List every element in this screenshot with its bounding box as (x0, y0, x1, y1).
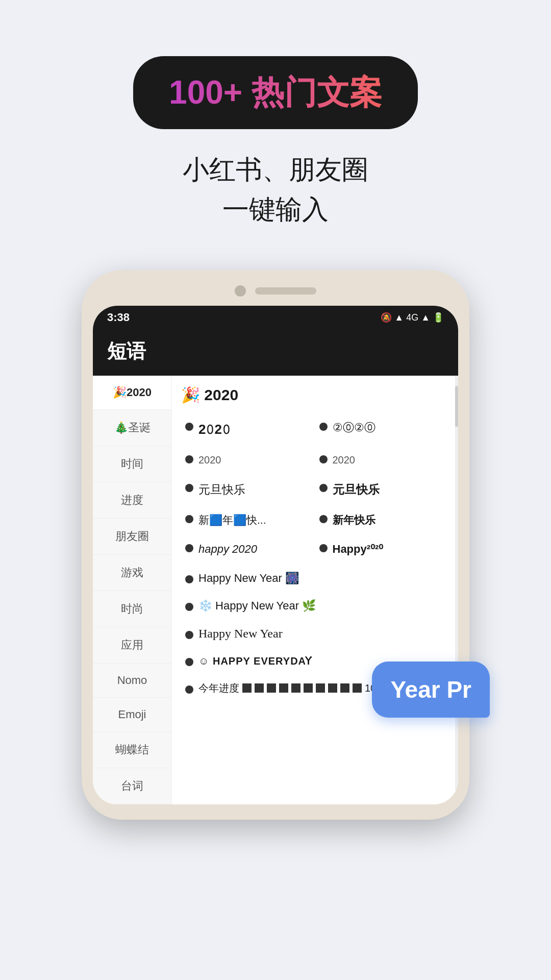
item-text: 新🟦年🟦快... (198, 512, 266, 527)
bullet-icon (185, 658, 193, 666)
item-text: ☺ HAPPY EVERYDAY͘ (198, 655, 312, 667)
scrollbar-thumb[interactable] (455, 386, 458, 427)
sidebar-item-bowtie[interactable]: 蝴蝶结 (93, 732, 171, 768)
bullet-icon (185, 423, 193, 431)
speaker-slot (255, 287, 316, 295)
sidebar-item-lines[interactable]: 台词 (93, 768, 171, 804)
status-bar: 3:38 🔕 ▲ 4G ▲ 🔋 (93, 306, 458, 329)
app-header: 短语 (93, 329, 458, 376)
sidebar-item-2020[interactable]: 🎉2020 (93, 376, 171, 410)
phone-outer: 3:38 🔕 ▲ 4G ▲ 🔋 短语 🎉2020 🎄圣诞 时间 进度 朋友圈 游… (82, 270, 469, 820)
list-item[interactable]: Happy New Year (181, 620, 449, 648)
list-item[interactable]: 新🟦年🟦快... (181, 505, 315, 534)
item-text: 今年进度 100% (198, 681, 391, 695)
bullet-icon (185, 455, 193, 463)
sidebar-item-emoji[interactable]: Emoji (93, 698, 171, 732)
sidebar-item-progress[interactable]: 进度 (93, 482, 171, 519)
items-grid: 2𝟶2𝟶 ②⓪②⓪ 2020 2020 (181, 413, 449, 565)
prog-block (304, 683, 313, 693)
list-item[interactable]: 2020 (181, 446, 315, 474)
status-icons: 🔕 ▲ 4G ▲ 🔋 (381, 312, 444, 323)
prog-block (340, 683, 349, 693)
sidebar-item-christmas[interactable]: 🎄圣诞 (93, 410, 171, 446)
prog-block (291, 683, 300, 693)
subtitle-line1: 小红书、朋友圈 (183, 150, 368, 189)
item-text: 2020 (198, 453, 221, 467)
item-text: ②⓪②⓪ (333, 420, 375, 436)
prog-block (328, 683, 337, 693)
prog-block (316, 683, 325, 693)
sidebar-item-time[interactable]: 时间 (93, 446, 171, 482)
phone-screen: 3:38 🔕 ▲ 4G ▲ 🔋 短语 🎉2020 🎄圣诞 时间 进度 朋友圈 游… (93, 306, 458, 804)
scrollbar[interactable] (455, 376, 458, 804)
item-text: Happy New Year 🎆 (198, 572, 299, 585)
tooltip-text: Year Pr (390, 676, 471, 703)
bullet-icon (319, 455, 328, 463)
bullet-icon (185, 603, 193, 611)
subtitle-line2: 一键输入 (183, 189, 368, 229)
section-title: 🎉 🎉 20202020 (181, 386, 449, 404)
bullet-icon (185, 685, 193, 694)
item-text: happy 2020 (198, 542, 257, 557)
item-text: 元旦快乐 (198, 481, 245, 498)
main-content: 🎉 🎉 20202020 2𝟶2𝟶 ②⓪②⓪ (172, 376, 458, 804)
prog-block (353, 683, 362, 693)
item-text: 2020 (333, 453, 356, 467)
app-body: 🎉2020 🎄圣诞 时间 进度 朋友圈 游戏 时尚 应用 Nomo Emoji … (93, 376, 458, 804)
list-item[interactable]: Happy New Year 🎆 (181, 565, 449, 592)
sidebar-item-game[interactable]: 游戏 (93, 555, 171, 591)
badge-container: 100+ 热门文案 (133, 56, 418, 129)
bullet-icon (185, 515, 193, 523)
list-item[interactable]: ❄️ Happy New Year 🌿 (181, 592, 449, 620)
list-item[interactable]: 2020 (315, 446, 449, 474)
status-time: 3:38 (107, 311, 130, 324)
sidebar-item-app[interactable]: 应用 (93, 627, 171, 664)
list-item[interactable]: 元旦快乐 (181, 474, 315, 505)
sidebar-item-nomo[interactable]: Nomo (93, 664, 171, 698)
camera-icon (235, 285, 246, 297)
list-item[interactable]: 元旦快乐 (315, 474, 449, 505)
prog-block (279, 683, 288, 693)
item-text: Happy New Year (198, 627, 283, 641)
item-text: 新年快乐 (333, 512, 375, 527)
badge: 100+ 热门文案 (133, 56, 418, 129)
bullet-icon (185, 631, 193, 639)
bullet-icon (319, 423, 328, 431)
app-title: 短语 (107, 340, 146, 362)
list-item[interactable]: 新年快乐 (315, 505, 449, 534)
tooltip-bubble: Year Pr (372, 662, 490, 718)
bullet-icon (185, 484, 193, 492)
item-text: Happy²⁰²⁰ (333, 542, 384, 557)
phone-top-bar (93, 285, 458, 297)
bullet-icon (185, 575, 193, 583)
list-item[interactable]: 2𝟶2𝟶 (181, 413, 315, 446)
prog-block (242, 683, 252, 693)
prog-block (255, 683, 264, 693)
list-item[interactable]: happy 2020 (181, 534, 315, 565)
bullet-icon (319, 544, 328, 552)
list-item[interactable]: ②⓪②⓪ (315, 413, 449, 446)
list-item[interactable]: Happy²⁰²⁰ (315, 534, 449, 565)
item-text: 元旦快乐 (333, 481, 380, 498)
bullet-icon (319, 484, 328, 492)
subtitle: 小红书、朋友圈 一键输入 (183, 150, 368, 229)
bullet-icon (185, 544, 193, 552)
prog-block (267, 683, 276, 693)
sidebar: 🎉2020 🎄圣诞 时间 进度 朋友圈 游戏 时尚 应用 Nomo Emoji … (93, 376, 172, 804)
phone-mockup: 3:38 🔕 ▲ 4G ▲ 🔋 短语 🎉2020 🎄圣诞 时间 进度 朋友圈 游… (82, 270, 469, 820)
sidebar-item-friendcircle[interactable]: 朋友圈 (93, 519, 171, 555)
bullet-icon (319, 515, 328, 523)
sidebar-item-fashion[interactable]: 时尚 (93, 591, 171, 627)
badge-text: 100+ 热门文案 (169, 74, 382, 111)
item-text: 2𝟶2𝟶 (198, 420, 231, 438)
item-text: ❄️ Happy New Year 🌿 (198, 599, 316, 612)
